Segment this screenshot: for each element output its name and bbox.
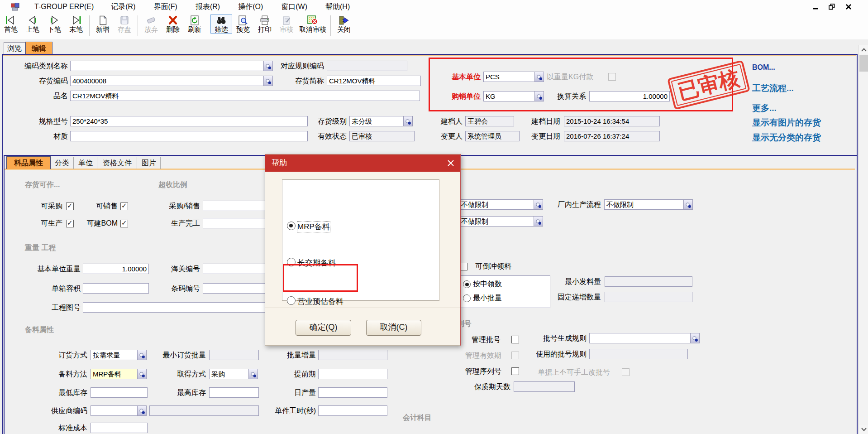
base-unit-weight-field[interactable]: 1.00000: [83, 264, 149, 274]
menu-interface[interactable]: 界面(F): [152, 2, 179, 12]
scrollbar-thumb[interactable]: [859, 55, 868, 72]
dialog-ok-button[interactable]: 确定(Q): [296, 320, 351, 336]
process-flow-link[interactable]: 工艺流程...: [752, 82, 794, 94]
menu-record[interactable]: 记录(R): [109, 2, 137, 12]
restore-icon[interactable]: [829, 4, 835, 10]
close-form-button[interactable]: 关闭: [333, 14, 355, 33]
material-field[interactable]: [70, 131, 308, 141]
barcode-no-label: 条码编号: [161, 283, 200, 294]
daily-output-field[interactable]: [318, 387, 387, 398]
manage-batch-checkbox[interactable]: [511, 336, 519, 343]
delete-button[interactable]: 删除: [162, 14, 184, 33]
tab-image[interactable]: 图片: [138, 157, 161, 169]
obtain-method-field[interactable]: 采购: [209, 369, 258, 379]
tab-item-attributes[interactable]: 料品属性: [6, 156, 51, 169]
cancel-approve-button[interactable]: 取消审核: [297, 14, 328, 33]
show-unclassified-link[interactable]: 显示无分类的存货: [752, 132, 821, 144]
option-sales-forecast-label[interactable]: 营业预估备料: [297, 296, 343, 307]
lookup-icon[interactable]: [534, 216, 543, 227]
option-mrp-radio[interactable]: [287, 222, 296, 230]
menu-window[interactable]: 窗口(W): [279, 2, 309, 12]
first-record-button[interactable]: 首笔: [0, 14, 22, 33]
menu-help[interactable]: 帮助(H): [324, 2, 352, 12]
refresh-button[interactable]: 刷新: [184, 14, 205, 33]
restriction-2-field[interactable]: 不做限制: [459, 216, 543, 227]
order-method-field[interactable]: 按需求量: [91, 350, 147, 360]
barcode-no-field[interactable]: [203, 283, 266, 294]
scroll-down-icon[interactable]: [859, 425, 868, 434]
dialog-title-bar[interactable]: 帮助: [265, 154, 460, 172]
lookup-icon[interactable]: [403, 116, 413, 126]
trade-unit-field[interactable]: KG: [483, 91, 544, 101]
filter-button[interactable]: 筛选: [210, 14, 232, 34]
option-long-lead-radio[interactable]: [287, 258, 296, 266]
manage-serial-checkbox[interactable]: [511, 367, 519, 375]
lookup-icon[interactable]: [137, 405, 147, 416]
preview-button[interactable]: 预览: [232, 14, 254, 33]
can-produce-checkbox[interactable]: [66, 220, 74, 227]
tab-edit[interactable]: 编辑: [25, 42, 52, 54]
backflush-checkbox[interactable]: [460, 263, 467, 270]
item-level-field[interactable]: 未分级: [349, 116, 413, 126]
issue-by-min-batch-radio[interactable]: [463, 294, 471, 302]
factory-flow-field[interactable]: 不做限制: [604, 199, 693, 210]
unit-work-time-field[interactable]: [318, 405, 387, 416]
item-short-name-field[interactable]: CR12MOV精料: [327, 76, 421, 86]
tab-unit[interactable]: 单位: [74, 157, 97, 169]
dialog-close-icon[interactable]: [446, 159, 455, 168]
can-sell-checkbox[interactable]: [120, 203, 128, 210]
menu-app-title[interactable]: T-GROUP ERP(E): [33, 3, 95, 11]
scroll-up-icon[interactable]: [859, 45, 868, 54]
max-stock-field[interactable]: [209, 387, 259, 398]
tab-qualification[interactable]: 资格文件: [98, 157, 137, 169]
lookup-icon[interactable]: [534, 91, 544, 101]
vertical-scrollbar[interactable]: [858, 45, 868, 434]
can-build-bom-checkbox[interactable]: [120, 220, 128, 227]
close-icon[interactable]: [845, 4, 852, 10]
supplier-code-field[interactable]: [91, 405, 147, 416]
issue-by-requested-radio[interactable]: [463, 280, 471, 288]
last-record-button[interactable]: 末笔: [65, 14, 87, 33]
option-mrp-label[interactable]: MRP备料: [297, 222, 330, 232]
tab-browse[interactable]: 浏览: [4, 42, 25, 54]
conversion-ratio-field[interactable]: 1.00000: [589, 91, 670, 101]
new-button[interactable]: 新增: [92, 14, 114, 33]
customs-code-field[interactable]: [203, 264, 266, 274]
menu-report[interactable]: 报表(R): [194, 2, 222, 12]
lookup-icon[interactable]: [690, 333, 700, 343]
item-code-field[interactable]: 400400008: [70, 76, 273, 86]
item-level-label: 存货级别: [308, 116, 347, 126]
restriction-1-field[interactable]: 不做限制: [459, 199, 543, 210]
show-with-images-link[interactable]: 显示有图片的存货: [752, 117, 821, 129]
next-record-button[interactable]: 下笔: [43, 14, 65, 33]
menu-operation[interactable]: 操作(O): [236, 2, 265, 12]
option-sales-forecast-radio[interactable]: [287, 296, 296, 305]
bom-link[interactable]: BOM...: [752, 63, 775, 72]
drawing-no-field[interactable]: [83, 302, 266, 313]
lookup-icon[interactable]: [534, 72, 544, 82]
spec-model-field[interactable]: 250*240*35: [70, 116, 308, 126]
prev-record-button[interactable]: 上笔: [22, 14, 43, 33]
lookup-icon[interactable]: [248, 369, 258, 379]
tab-classification[interactable]: 分类: [51, 157, 74, 169]
base-unit-field[interactable]: PCS: [483, 72, 544, 82]
more-link[interactable]: 更多...: [752, 102, 777, 114]
spare-method-field[interactable]: MRP备料: [91, 369, 147, 379]
batch-rule-field[interactable]: [589, 333, 700, 343]
standard-cost-field[interactable]: [91, 423, 148, 433]
option-long-lead-label[interactable]: 长交期备料: [297, 258, 336, 268]
minimize-icon[interactable]: [812, 4, 819, 10]
can-purchase-checkbox[interactable]: [66, 203, 74, 210]
lead-time-field[interactable]: [318, 369, 387, 379]
production-finish-ratio-field[interactable]: [203, 218, 266, 228]
box-volume-field[interactable]: [83, 283, 149, 294]
print-button[interactable]: 打印: [254, 14, 276, 33]
lookup-icon[interactable]: [534, 199, 543, 210]
lookup-icon[interactable]: [683, 199, 693, 210]
lookup-icon[interactable]: [137, 369, 147, 379]
code-category-field[interactable]: [70, 61, 273, 71]
item-name-field[interactable]: CR12MOV精料: [70, 91, 420, 101]
dialog-cancel-button[interactable]: 取消(C): [366, 320, 421, 336]
purchase-sales-ratio-field[interactable]: [203, 201, 266, 211]
min-stock-field[interactable]: [91, 387, 148, 398]
